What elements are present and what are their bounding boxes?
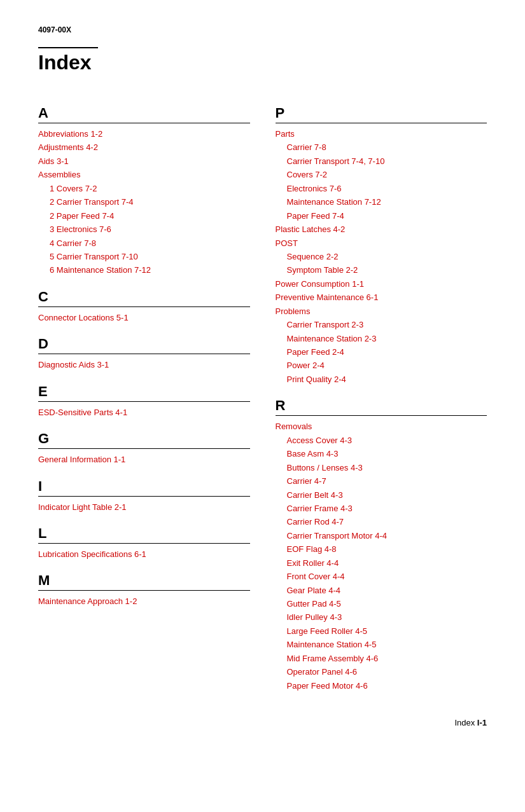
index-entry[interactable]: ESD-Sensitive Parts 4-1 xyxy=(38,406,250,419)
index-entry[interactable]: Symptom Table 2-2 xyxy=(287,263,487,277)
index-entry[interactable]: Print Quality 2-4 xyxy=(287,373,487,386)
index-entry[interactable]: Assemblies xyxy=(38,168,250,181)
section-letter-g: G xyxy=(38,430,250,449)
section-letter-p: P xyxy=(276,105,487,123)
doc-number: 4097-00X xyxy=(38,25,487,34)
index-entry[interactable]: Removals xyxy=(276,420,487,433)
left-column: AAbbreviations 1-2Adjustments 4-2Aids 3-… xyxy=(38,93,250,609)
index-entry[interactable]: Diagnostic Aids 3-1 xyxy=(38,358,250,371)
index-entry[interactable]: Maintenance Approach 1-2 xyxy=(38,595,250,608)
index-entry[interactable]: Electronics 7-6 xyxy=(287,182,487,195)
index-entry[interactable]: Abbreviations 1-2 xyxy=(38,127,250,141)
index-entry[interactable]: Large Feed Roller 4-5 xyxy=(287,624,487,638)
index-entry[interactable]: 1 Covers 7-2 xyxy=(50,182,250,195)
index-entry[interactable]: Operator Panel 4-6 xyxy=(287,665,487,678)
index-entry[interactable]: Carrier Frame 4-3 xyxy=(287,502,487,515)
index-entry[interactable]: Exit Roller 4-4 xyxy=(287,556,487,570)
index-entry[interactable]: Carrier Rod 4-7 xyxy=(287,515,487,528)
index-entry[interactable]: Idler Pulley 4-3 xyxy=(287,610,487,624)
section-letter-i: I xyxy=(38,478,250,497)
index-entry[interactable]: Plastic Latches 4-2 xyxy=(276,223,487,236)
footer-label: Index xyxy=(454,718,475,727)
section-letter-r: R xyxy=(276,397,487,416)
section-letter-e: E xyxy=(38,383,250,402)
section-letter-m: M xyxy=(38,572,250,591)
right-column: PPartsCarrier 7-8Carrier Transport 7-4, … xyxy=(276,93,487,692)
section-letter-c: C xyxy=(38,289,250,307)
index-entry[interactable]: Gear Plate 4-4 xyxy=(287,584,487,597)
index-entry[interactable]: Front Cover 4-4 xyxy=(287,570,487,583)
index-entry[interactable]: General Information 1-1 xyxy=(38,453,250,466)
index-entry[interactable]: 2 Paper Feed 7-4 xyxy=(50,209,250,223)
index-entry[interactable]: Carrier Transport 2-3 xyxy=(287,318,487,331)
index-entry[interactable]: Sequence 2-2 xyxy=(287,250,487,263)
index-entry[interactable]: Parts xyxy=(276,127,487,141)
index-entry[interactable]: Carrier 7-8 xyxy=(287,141,487,154)
page-title: Index xyxy=(38,47,98,74)
index-entry[interactable]: Carrier Transport Motor 4-4 xyxy=(287,529,487,542)
index-entry[interactable]: Indicator Light Table 2-1 xyxy=(38,500,250,514)
index-entry[interactable]: Paper Feed Motor 4-6 xyxy=(287,679,487,692)
index-entry[interactable]: Maintenance Station 7-12 xyxy=(287,195,487,209)
section-letter-d: D xyxy=(38,336,250,354)
index-entry[interactable]: Maintenance Station 4-5 xyxy=(287,638,487,651)
index-entry[interactable]: Access Cover 4-3 xyxy=(287,434,487,447)
footer-page: I-1 xyxy=(477,718,487,727)
index-entry[interactable]: Problems xyxy=(276,305,487,318)
index-entry[interactable]: Paper Feed 2-4 xyxy=(287,345,487,359)
footer: Index I-1 xyxy=(38,718,487,727)
index-entry[interactable]: Power Consumption 1-1 xyxy=(276,277,487,291)
index-entry[interactable]: Carrier Transport 7-4, 7-10 xyxy=(287,155,487,168)
index-entry[interactable]: Adjustments 4-2 xyxy=(38,141,250,154)
index-entry[interactable]: 5 Carrier Transport 7-10 xyxy=(50,250,250,263)
index-entry[interactable]: 2 Carrier Transport 7-4 xyxy=(50,195,250,209)
index-entry[interactable]: Connector Locations 5-1 xyxy=(38,311,250,324)
index-entry[interactable]: Carrier 4-7 xyxy=(287,474,487,488)
index-entry[interactable]: Paper Feed 7-4 xyxy=(287,209,487,223)
index-entry[interactable]: Base Asm 4-3 xyxy=(287,447,487,460)
index-entry[interactable]: 4 Carrier 7-8 xyxy=(50,237,250,250)
index-entry[interactable]: Mid Frame Assembly 4-6 xyxy=(287,652,487,665)
index-entry[interactable]: EOF Flag 4-8 xyxy=(287,542,487,556)
index-entry[interactable]: Lubrication Specifications 6-1 xyxy=(38,547,250,561)
index-entry[interactable]: Covers 7-2 xyxy=(287,168,487,181)
section-letter-a: A xyxy=(38,105,250,123)
index-entry[interactable]: Gutter Pad 4-5 xyxy=(287,597,487,610)
index-entry[interactable]: Carrier Belt 4-3 xyxy=(287,488,487,502)
index-entry[interactable]: POST xyxy=(276,237,487,250)
index-entry[interactable]: Buttons / Lenses 4-3 xyxy=(287,461,487,474)
section-letter-l: L xyxy=(38,525,250,544)
index-entry[interactable]: Preventive Maintenance 6-1 xyxy=(276,291,487,304)
index-entry[interactable]: Maintenance Station 2-3 xyxy=(287,332,487,345)
index-entry[interactable]: Power 2-4 xyxy=(287,359,487,372)
index-entry[interactable]: Aids 3-1 xyxy=(38,155,250,168)
index-entry[interactable]: 3 Electronics 7-6 xyxy=(50,223,250,236)
index-entry[interactable]: 6 Maintenance Station 7-12 xyxy=(50,263,250,277)
